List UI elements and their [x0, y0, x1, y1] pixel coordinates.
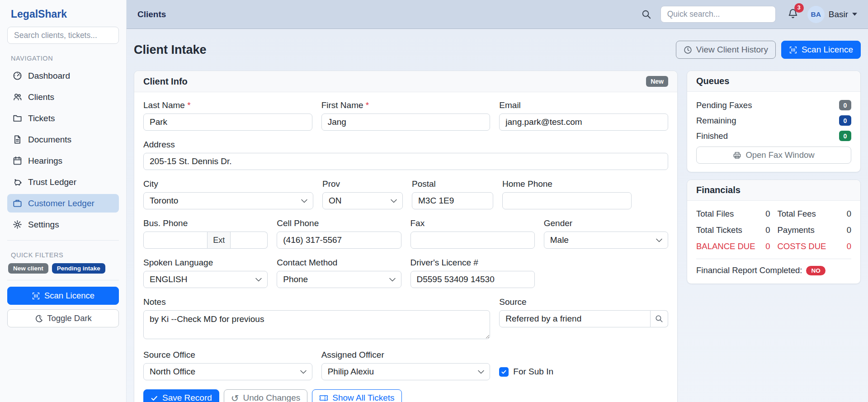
- view-client-history-button[interactable]: View Client History: [676, 41, 776, 59]
- address-field[interactable]: [143, 153, 668, 170]
- sidebar-scan-licence-label: Scan Licence: [44, 291, 94, 301]
- checkbox-checked-icon: [499, 367, 509, 377]
- save-record-label: Save Record: [162, 393, 212, 402]
- toggle-dark-label: Toggle Dark: [47, 313, 92, 323]
- avatar[interactable]: BA: [807, 6, 825, 23]
- email-field[interactable]: [499, 114, 668, 131]
- sidebar-item-label: Customer Ledger: [28, 199, 94, 208]
- address-label: Address: [143, 140, 668, 150]
- source-office-value: North Office: [150, 367, 195, 377]
- sidebar-scan-licence-button[interactable]: Scan Licence: [7, 287, 119, 305]
- source-field[interactable]: [499, 310, 651, 327]
- toggle-dark-button[interactable]: Toggle Dark: [7, 309, 119, 327]
- user-menu[interactable]: BA Basir: [807, 6, 857, 23]
- drivers-licence-label: Driver's Licence #: [410, 258, 535, 268]
- fax-field[interactable]: [410, 232, 535, 249]
- gender-label: Gender: [544, 218, 668, 228]
- chevron-down-icon: [301, 199, 307, 203]
- bus-phone-field[interactable]: [143, 232, 208, 249]
- page-title: Client Intake: [134, 43, 207, 57]
- divider: [696, 259, 851, 259]
- filter-chip-pending-intake[interactable]: Pending intake: [52, 263, 105, 274]
- for-sub-in-checkbox[interactable]: For Sub In: [499, 363, 668, 380]
- first-name-field[interactable]: [321, 114, 491, 131]
- stat-costs-due: COSTS DUE0: [778, 241, 852, 251]
- dashboard-icon: [13, 71, 22, 80]
- app-logo: LegalShark: [7, 7, 119, 27]
- undo-changes-button[interactable]: ↺ Undo Changes: [224, 389, 307, 402]
- financial-report-label: Financial Report Completed:: [696, 265, 802, 275]
- queue-label: Finished: [696, 131, 728, 141]
- sidebar-item-settings[interactable]: Settings: [7, 215, 119, 234]
- cell-phone-label: Cell Phone: [277, 218, 401, 228]
- stat-total-fees: Total Fees0: [778, 209, 852, 219]
- postal-field[interactable]: [412, 192, 493, 209]
- assigned-officer-label: Assigned Officer: [321, 350, 491, 360]
- stat-balance-due: BALANCE DUE0: [696, 241, 770, 251]
- show-all-tickets-button[interactable]: Show All Tickets: [312, 389, 401, 402]
- source-office-label: Source Office: [143, 350, 312, 360]
- show-all-tickets-label: Show All Tickets: [332, 393, 394, 402]
- drivers-licence-field[interactable]: [410, 271, 535, 288]
- open-fax-window-button[interactable]: Open Fax Window: [696, 147, 851, 164]
- contact-method-select[interactable]: Phone: [277, 271, 401, 288]
- view-client-history-label: View Client History: [696, 45, 768, 55]
- gender-select[interactable]: Male: [544, 232, 668, 249]
- sidebar-item-clients[interactable]: Clients: [7, 88, 119, 106]
- scan-licence-button[interactable]: Scan Licence: [781, 41, 861, 59]
- home-phone-field[interactable]: [502, 192, 632, 209]
- sidebar-item-trust-ledger[interactable]: Trust Ledger: [7, 173, 119, 191]
- document-icon: [13, 135, 22, 144]
- required-marker: *: [187, 100, 190, 110]
- first-name-label: First Name *: [321, 100, 491, 110]
- sidebar-item-customer-ledger[interactable]: Customer Ledger: [7, 194, 119, 213]
- city-label: City: [143, 179, 313, 189]
- queue-row: Finished 0: [696, 131, 851, 141]
- cell-phone-field[interactable]: [277, 232, 401, 249]
- postal-label: Postal: [412, 179, 493, 189]
- sidebar-item-dashboard[interactable]: Dashboard: [7, 66, 119, 85]
- divider: [7, 280, 119, 280]
- sidebar-item-hearings[interactable]: Hearings: [7, 151, 119, 170]
- undo-changes-label: Undo Changes: [243, 393, 300, 402]
- filter-chip-new-client[interactable]: New client: [8, 263, 48, 274]
- home-phone-label: Home Phone: [502, 179, 632, 189]
- notes-field[interactable]: by Ki --Check MD for previous: [143, 310, 490, 339]
- status-badge: New: [646, 76, 668, 87]
- quick-filters-heading: QUICK FILTERS: [11, 251, 115, 259]
- assigned-officer-select[interactable]: Philip Alexiu: [321, 363, 491, 380]
- ext-addon-label: Ext: [208, 232, 231, 249]
- source-search-button[interactable]: [651, 310, 668, 327]
- save-record-button[interactable]: Save Record: [143, 389, 219, 402]
- ticket-icon: [319, 394, 328, 402]
- sidebar-item-label: Tickets: [28, 114, 55, 123]
- search-icon[interactable]: [642, 9, 651, 19]
- sidebar-item-label: Dashboard: [28, 71, 70, 81]
- card-title: Client Info: [143, 76, 188, 87]
- fax-label: Fax: [410, 218, 535, 228]
- divider: [7, 240, 119, 241]
- spoken-language-label: Spoken Language: [143, 258, 268, 268]
- queue-row: Pending Faxes 0: [696, 100, 851, 110]
- prov-select[interactable]: ON: [322, 192, 403, 209]
- contact-method-value: Phone: [283, 274, 308, 284]
- email-label: Email: [499, 100, 668, 110]
- stat-payments: Payments0: [778, 225, 852, 235]
- city-select[interactable]: Toronto: [143, 192, 313, 209]
- sidebar-item-documents[interactable]: Documents: [7, 130, 119, 149]
- sidebar-search-input[interactable]: [7, 27, 119, 44]
- sidebar-item-tickets[interactable]: Tickets: [7, 109, 119, 128]
- bus-phone-ext-field[interactable]: [231, 232, 268, 249]
- source-office-select[interactable]: North Office: [143, 363, 312, 380]
- check-icon: [151, 394, 158, 402]
- client-info-card: Client Info New Last Name * First Name *: [134, 71, 678, 402]
- gear-icon: [13, 220, 22, 229]
- spoken-language-select[interactable]: ENGLISH: [143, 271, 268, 288]
- nav-section-heading: NAVIGATION: [11, 55, 115, 62]
- last-name-field[interactable]: [143, 114, 312, 131]
- quick-search-input[interactable]: [660, 6, 776, 23]
- notifications-button[interactable]: 3: [788, 8, 798, 21]
- contact-method-label: Contact Method: [277, 258, 401, 268]
- clock-icon: [684, 46, 692, 54]
- breadcrumb: Clients: [137, 9, 166, 19]
